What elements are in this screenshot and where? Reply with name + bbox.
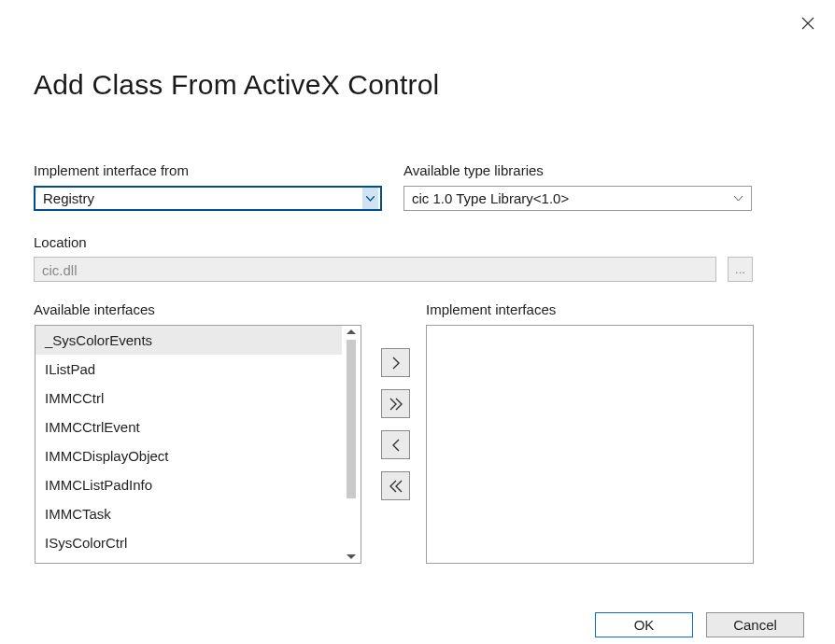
double-chevron-right-icon [389, 398, 403, 411]
scrollbar[interactable] [342, 326, 361, 563]
page-title: Add Class From ActiveX Control [34, 69, 439, 101]
remove-button[interactable] [381, 430, 410, 459]
add-button[interactable] [381, 348, 410, 377]
list-item[interactable]: ISysColorCtrl [35, 528, 342, 557]
list-item[interactable]: IListPad [35, 355, 342, 384]
add-all-button[interactable] [381, 389, 410, 418]
list-item[interactable]: IMMCTask [35, 499, 342, 528]
location-input: cic.dll [34, 257, 716, 282]
available-interfaces-label: Available interfaces [34, 301, 155, 317]
add-class-dialog: Add Class From ActiveX Control Implement… [0, 0, 835, 644]
close-icon[interactable] [801, 17, 814, 30]
list-item[interactable]: IMMCListPadInfo [35, 470, 342, 499]
implement-from-value: Registry [43, 186, 94, 211]
list-item[interactable]: IMMCCtrlEvent [35, 413, 342, 441]
implement-interfaces-listbox[interactable] [426, 325, 754, 564]
list-item[interactable]: IMMCCtrl [35, 384, 342, 413]
scroll-thumb[interactable] [347, 340, 356, 498]
list-item[interactable]: IMMCDisplayObject [35, 441, 342, 470]
scroll-up-icon[interactable] [347, 329, 356, 334]
implement-from-dropdown[interactable]: Registry [34, 186, 382, 211]
double-chevron-left-icon [389, 480, 403, 493]
chevron-right-icon [391, 357, 401, 370]
type-library-dropdown[interactable]: cic 1.0 Type Library<1.0> [403, 186, 752, 211]
libraries-label: Available type libraries [403, 162, 544, 178]
implement-interfaces-label: Implement interfaces [426, 301, 556, 317]
available-interfaces-items: _SysColorEvents IListPad IMMCCtrl IMMCCt… [35, 326, 342, 563]
remove-all-button[interactable] [381, 471, 410, 500]
implement-from-label: Implement interface from [34, 162, 189, 178]
scroll-down-icon[interactable] [347, 554, 356, 559]
type-library-value: cic 1.0 Type Library<1.0> [412, 186, 569, 211]
location-label: Location [34, 234, 87, 250]
chevron-down-icon [362, 188, 378, 209]
move-buttons [381, 348, 410, 512]
chevron-left-icon [391, 439, 401, 452]
cancel-button[interactable]: Cancel [706, 612, 804, 637]
ok-button[interactable]: OK [595, 612, 693, 637]
browse-button[interactable]: ... [728, 257, 753, 282]
available-interfaces-listbox[interactable]: _SysColorEvents IListPad IMMCCtrl IMMCCt… [35, 325, 361, 564]
chevron-down-icon [731, 187, 745, 210]
list-item[interactable]: _SysColorEvents [35, 326, 342, 355]
